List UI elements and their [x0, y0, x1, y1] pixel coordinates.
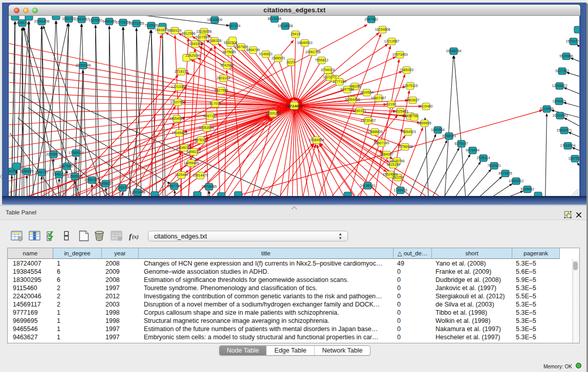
- svg-text:10975867: 10975867: [59, 164, 74, 168]
- svg-text:20206576: 20206576: [46, 152, 61, 156]
- svg-text:8912956: 8912956: [182, 32, 195, 35]
- svg-text:20364456: 20364456: [344, 98, 360, 101]
- svg-text:9245652: 9245652: [520, 187, 534, 191]
- svg-text:3824554: 3824554: [360, 91, 374, 94]
- svg-text:1167534: 1167534: [569, 157, 579, 160]
- svg-text:9084067: 9084067: [380, 152, 394, 156]
- svg-text:1440954: 1440954: [431, 128, 445, 132]
- svg-text:23226058: 23226058: [196, 30, 211, 33]
- svg-text:9227342: 9227342: [555, 69, 569, 73]
- svg-text:2087682: 2087682: [364, 17, 378, 21]
- svg-text:1156829: 1156829: [20, 169, 34, 173]
- svg-text:1244415: 1244415: [552, 99, 566, 103]
- svg-text:10807487: 10807487: [371, 96, 386, 100]
- svg-text:9242848: 9242848: [220, 63, 234, 67]
- svg-text:14136141: 14136141: [360, 184, 375, 187]
- svg-text:12353594: 12353594: [199, 126, 214, 129]
- svg-text:9463627: 9463627: [406, 98, 420, 102]
- svg-text:16914479: 16914479: [192, 173, 208, 177]
- svg-text:1145114: 1145114: [53, 172, 66, 176]
- svg-text:746266: 746266: [349, 84, 361, 88]
- svg-text:7357224: 7357224: [227, 24, 241, 28]
- svg-text:16210643: 16210643: [552, 114, 568, 117]
- svg-text:39154: 39154: [9, 169, 17, 173]
- svg-text:10958107: 10958107: [98, 182, 113, 185]
- svg-text:19756928: 19756928: [397, 145, 412, 148]
- svg-text:18724007: 18724007: [285, 104, 303, 108]
- svg-text:19654923: 19654923: [400, 130, 416, 134]
- svg-text:2935114: 2935114: [477, 156, 490, 160]
- svg-text:12923448: 12923448: [129, 190, 145, 194]
- svg-text:14055714: 14055714: [14, 21, 30, 25]
- svg-text:22420046: 22420046: [185, 54, 201, 57]
- svg-text:25419: 25419: [291, 32, 300, 36]
- svg-text:15720407: 15720407: [360, 119, 376, 122]
- svg-text:1527602: 1527602: [89, 18, 102, 22]
- svg-text:2803144: 2803144: [216, 76, 230, 80]
- svg-text:1588520: 1588520: [271, 56, 285, 60]
- svg-text:18807249: 18807249: [374, 141, 389, 145]
- svg-text:10553267: 10553267: [74, 17, 89, 21]
- svg-text:8454749: 8454749: [246, 48, 260, 52]
- svg-text:15716485: 15716485: [201, 185, 216, 188]
- svg-text:8215955: 8215955: [540, 107, 554, 111]
- svg-text:8427552: 8427552: [214, 89, 228, 92]
- svg-text:9777169: 9777169: [333, 80, 346, 83]
- svg-text:6498222: 6498222: [187, 150, 201, 154]
- svg-text:62160: 62160: [386, 102, 396, 106]
- svg-text:9657791: 9657791: [167, 184, 181, 188]
- svg-text:16648784: 16648784: [446, 49, 461, 53]
- svg-text:2942737: 2942737: [35, 170, 49, 174]
- svg-text:6497568: 6497568: [340, 87, 354, 91]
- svg-text:1760371: 1760371: [353, 109, 366, 113]
- svg-text:20691406: 20691406: [34, 19, 49, 23]
- svg-text:12213987: 12213987: [384, 39, 399, 43]
- svg-text:18300295: 18300295: [265, 112, 280, 115]
- svg-text:6899695: 6899695: [418, 121, 431, 125]
- svg-text:15692971: 15692971: [556, 128, 572, 132]
- svg-text:10654112: 10654112: [509, 179, 524, 183]
- svg-text:3675685: 3675685: [222, 50, 236, 54]
- svg-text:10046766: 10046766: [176, 146, 191, 149]
- svg-text:1615152: 1615152: [386, 163, 400, 166]
- svg-text:16033809: 16033809: [207, 18, 222, 21]
- svg-text:6466160: 6466160: [102, 19, 116, 23]
- svg-text:7485003: 7485003: [400, 68, 413, 72]
- svg-text:9529966: 9529966: [559, 54, 573, 58]
- svg-text:7515526: 7515526: [144, 24, 158, 27]
- svg-text:(x): (x): [132, 233, 139, 240]
- svg-text:10973493: 10973493: [392, 53, 407, 56]
- svg-text:10107552: 10107552: [170, 100, 185, 104]
- svg-text:14099489: 14099489: [183, 161, 199, 165]
- svg-text:16495758: 16495758: [402, 114, 418, 118]
- svg-text:12095822: 12095822: [552, 84, 567, 87]
- svg-text:8267110: 8267110: [204, 114, 217, 118]
- svg-text:12975115: 12975115: [403, 84, 418, 87]
- svg-text:17957225: 17957225: [84, 178, 99, 182]
- svg-text:12213369: 12213369: [171, 85, 186, 89]
- svg-text:16154808: 16154808: [375, 28, 390, 31]
- svg-text:8660124: 8660124: [168, 29, 182, 32]
- svg-text:7955812: 7955812: [315, 58, 329, 62]
- svg-text:7463822: 7463822: [155, 28, 168, 32]
- svg-text:252254: 252254: [392, 176, 404, 179]
- svg-text:10688609: 10688609: [367, 130, 382, 134]
- svg-text:10961758: 10961758: [305, 50, 320, 54]
- svg-text:8471676: 8471676: [498, 171, 512, 175]
- svg-text:19384554: 19384554: [309, 138, 324, 142]
- svg-text:7632621: 7632621: [487, 164, 501, 167]
- svg-text:1621072: 1621072: [323, 75, 337, 79]
- svg-text:19166829: 19166829: [171, 131, 187, 135]
- svg-text:8938923: 8938923: [442, 134, 456, 138]
- svg-text:9474444: 9474444: [466, 148, 480, 152]
- svg-text:10025463: 10025463: [393, 110, 408, 113]
- svg-text:8186328: 8186328: [208, 39, 222, 42]
- svg-text:19654925: 19654925: [169, 117, 184, 120]
- svg-text:8220: 8220: [287, 60, 295, 64]
- svg-text:16782759: 16782759: [115, 186, 130, 189]
- svg-text:6379197: 6379197: [454, 142, 468, 145]
- svg-text:9146821: 9146821: [259, 52, 273, 56]
- svg-text:17016504: 17016504: [560, 144, 575, 147]
- svg-text:10543362: 10543362: [187, 42, 203, 46]
- svg-text:17359924: 17359924: [68, 151, 83, 155]
